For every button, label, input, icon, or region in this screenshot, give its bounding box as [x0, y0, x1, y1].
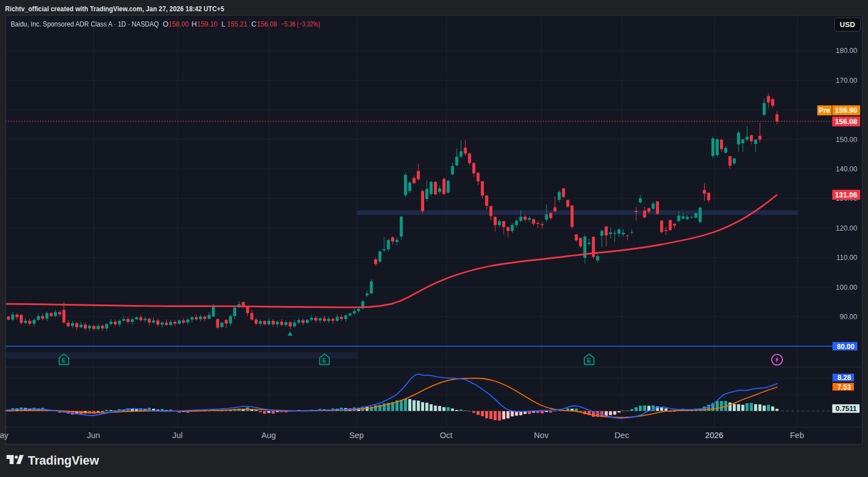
- svg-text:Sep: Sep: [349, 431, 364, 440]
- svg-text:150.00: 150.00: [836, 136, 857, 144]
- svg-text:7.53: 7.53: [838, 383, 851, 391]
- svg-text:Dec: Dec: [615, 431, 629, 440]
- svg-text:100.00: 100.00: [836, 284, 857, 292]
- svg-text:140.00: 140.00: [836, 165, 857, 173]
- svg-text:TradingView: TradingView: [28, 454, 100, 467]
- svg-text:110.00: 110.00: [836, 254, 857, 262]
- svg-text:E: E: [587, 357, 591, 364]
- svg-text:Richtv_official created with T: Richtv_official created with TradingView…: [5, 5, 224, 13]
- svg-text:Baidu, Inc. Sponsored ADR Clas: Baidu, Inc. Sponsored ADR Class A · 1D ·…: [11, 20, 159, 28]
- svg-text:2026: 2026: [705, 431, 723, 440]
- svg-text:L: L: [221, 20, 225, 28]
- svg-text:Jun: Jun: [87, 431, 100, 440]
- svg-text:E: E: [62, 357, 66, 364]
- svg-text:USD: USD: [840, 20, 855, 29]
- svg-text:159.90: 159.90: [835, 106, 857, 114]
- svg-text:8.28: 8.28: [838, 374, 851, 382]
- svg-text:170.00: 170.00: [836, 77, 857, 85]
- svg-text:90.00: 90.00: [840, 313, 857, 321]
- svg-text:C: C: [251, 20, 256, 28]
- svg-text:Feb: Feb: [790, 431, 804, 440]
- svg-text:80.00: 80.00: [837, 343, 854, 351]
- svg-text:Nov: Nov: [534, 431, 549, 440]
- svg-text:Pre: Pre: [819, 107, 830, 114]
- svg-text:−5.36 (−3.32%): −5.36 (−3.32%): [281, 20, 320, 28]
- svg-text:180.00: 180.00: [836, 47, 857, 55]
- svg-text:156.08: 156.08: [257, 20, 277, 28]
- svg-text:May: May: [0, 431, 8, 440]
- svg-text:120.00: 120.00: [836, 224, 857, 232]
- svg-text:Oct: Oct: [440, 431, 453, 440]
- svg-text:155.21: 155.21: [227, 20, 247, 28]
- svg-text:156.08: 156.08: [835, 117, 857, 126]
- svg-text:Jul: Jul: [172, 431, 183, 440]
- svg-text:H: H: [192, 20, 197, 28]
- svg-text:131.06: 131.06: [835, 191, 857, 199]
- svg-text:O: O: [163, 20, 168, 28]
- svg-text:159.10: 159.10: [197, 20, 217, 28]
- svg-text:0.7511: 0.7511: [835, 405, 857, 413]
- svg-text:E: E: [322, 357, 326, 364]
- svg-text:Aug: Aug: [261, 431, 276, 440]
- svg-text:158.00: 158.00: [168, 20, 189, 28]
